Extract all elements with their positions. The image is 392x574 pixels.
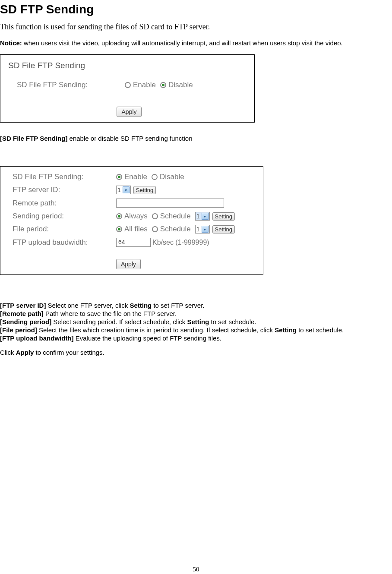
figure-sd-ftp-disable: SD File FTP Sending SD File FTP Sending:…: [0, 54, 255, 123]
setting-button-ftp-id[interactable]: Setting: [133, 186, 156, 194]
row-ftp-bandwidth: FTP upload baudwidth: 64 Kb/sec (1-99999…: [8, 238, 259, 247]
panel-title: SD File FTP Sending: [8, 61, 250, 70]
desc-ftp-id-label: [FTP server ID]: [0, 302, 46, 309]
radio-enable-text-2: Enable: [124, 173, 147, 181]
setting-button-file[interactable]: Setting: [212, 225, 235, 233]
label-ftp-bandwidth: FTP upload baudwidth:: [8, 238, 116, 247]
label-ftp-server-id: FTP server ID:: [8, 186, 116, 194]
radio-enable[interactable]: [125, 82, 131, 88]
row-ftp-server-id: FTP server ID: 1 ▾ Setting: [8, 186, 259, 194]
desc-file-bold: Setting: [275, 326, 297, 334]
row-remote-path: Remote path:: [8, 199, 259, 208]
radio-enable-2[interactable]: [116, 174, 122, 180]
apply-button[interactable]: Apply: [117, 107, 141, 117]
input-ftp-bandwidth[interactable]: 64: [116, 238, 151, 247]
select-value: 1: [117, 186, 121, 193]
page-title: SD FTP Sending: [0, 3, 392, 16]
label-sending-period: Sending period:: [8, 212, 116, 221]
chevron-down-icon: ▾: [202, 226, 209, 233]
desc-apply-bold: Apply: [16, 349, 34, 356]
radio-disable-text: Disable: [168, 81, 193, 89]
chevron-down-icon: ▾: [202, 213, 209, 220]
desc-file-text-b: to set schedule.: [297, 326, 344, 334]
radio-always-text: Always: [124, 212, 148, 221]
row-sd-ftp-sending-2: SD File FTP Sending: Enable Disable: [8, 173, 259, 181]
label-sd-ftp-sending-2: SD File FTP Sending:: [8, 173, 116, 181]
desc-remote-label: [Remote path]: [0, 310, 44, 317]
desc-ftp-id-text-b: to set FTP server.: [152, 302, 204, 309]
radio-all-files[interactable]: [116, 226, 122, 232]
desc-remote-text: Path where to save the file on the FTP s…: [44, 310, 177, 317]
select-ftp-server-id[interactable]: 1 ▾: [116, 186, 131, 194]
radio-enable-text: Enable: [133, 81, 156, 89]
select-value: 1: [196, 226, 200, 233]
desc-sending-text-a: Select sending period. If select schedul…: [51, 318, 187, 325]
figure-sd-ftp-enable: SD File FTP Sending: Enable Disable FTP …: [0, 166, 263, 275]
radio-schedule-file[interactable]: [152, 226, 158, 232]
desc-apply-text-a: Click: [0, 349, 16, 356]
desc-file-label: [File period]: [0, 326, 37, 334]
notice-label: Notice:: [0, 39, 22, 47]
notice-text: when users visit the video, uploading wi…: [22, 39, 343, 47]
radio-disable[interactable]: [160, 82, 166, 88]
select-value: 1: [196, 213, 200, 220]
setting-button-sending[interactable]: Setting: [212, 212, 235, 221]
label-remote-path: Remote path:: [8, 199, 116, 208]
label-sd-ftp-sending: SD File FTP Sending:: [8, 81, 125, 89]
desc-sending-bold: Setting: [187, 318, 209, 325]
label-file-period: File period:: [8, 225, 116, 233]
radio-schedule-sending-text: Schedule: [160, 212, 191, 221]
mid-label: [SD File FTP Sending]: [0, 135, 67, 142]
chevron-down-icon: ▾: [123, 186, 130, 193]
row-sending-period: Sending period: Always Schedule 1 ▾ Sett…: [8, 212, 259, 221]
radio-all-files-text: All files: [124, 225, 148, 233]
desc-ftp-id-bold: Setting: [130, 302, 152, 309]
radio-schedule-file-text: Schedule: [160, 225, 191, 233]
radio-disable-text-2: Disable: [160, 173, 184, 181]
select-file-schedule[interactable]: 1 ▾: [195, 225, 210, 233]
radio-always[interactable]: [116, 213, 122, 219]
apply-button-2[interactable]: Apply: [116, 259, 141, 269]
desc-apply-text-b: to confirm your settings.: [34, 349, 104, 356]
mid-description: [SD File FTP Sending] enable or disable …: [0, 135, 392, 142]
desc-bw-text: Evaluate the uploading speed of FTP send…: [74, 334, 221, 342]
desc-file-text-a: Select the files which creation time is …: [37, 326, 275, 334]
desc-bw-label: [FTP upload bandwidth]: [0, 334, 74, 342]
mid-text: enable or disable SD FTP sending functio…: [67, 135, 192, 142]
description-block: [FTP server ID] Select one FTP server, c…: [0, 302, 392, 356]
desc-ftp-id-text-a: Select one FTP server, click: [46, 302, 130, 309]
notice-paragraph: Notice: when users visit the video, uplo…: [0, 39, 392, 47]
select-sending-schedule[interactable]: 1 ▾: [195, 212, 210, 221]
intro-text: This function is used for sending the fi…: [0, 22, 392, 32]
desc-sending-text-b: to set schedule.: [209, 318, 256, 325]
radio-schedule-sending[interactable]: [152, 213, 158, 219]
hint-bandwidth: Kb/sec (1-999999): [152, 239, 209, 246]
radio-disable-2[interactable]: [152, 174, 158, 180]
page-number: 50: [0, 566, 392, 573]
row-file-period: File period: All files Schedule 1 ▾ Sett…: [8, 225, 259, 233]
input-remote-path[interactable]: [116, 199, 224, 208]
desc-sending-label: [Sending period]: [0, 318, 51, 325]
row-sd-ftp-sending: SD File FTP Sending: Enable Disable: [8, 81, 250, 89]
